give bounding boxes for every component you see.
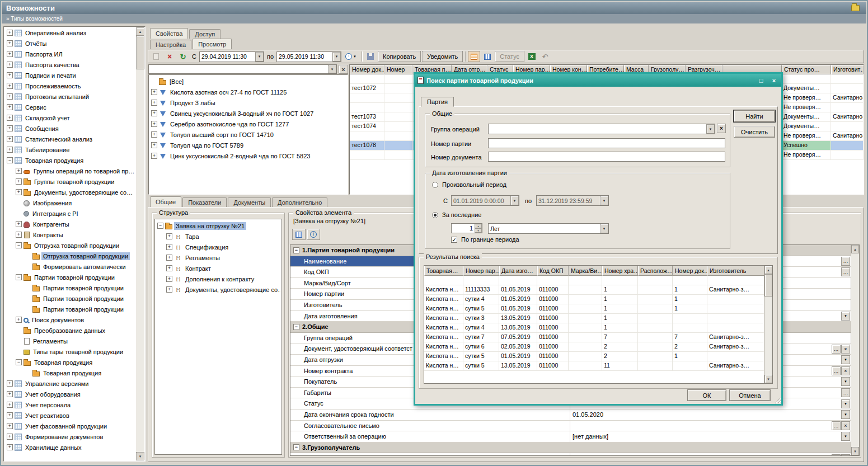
tab[interactable]: Доступ — [189, 29, 220, 39]
status-button[interactable]: Статус — [495, 51, 524, 62]
expand-toggle[interactable]: + — [16, 168, 22, 174]
column-header[interactable]: Номер док… — [350, 65, 384, 74]
expand-toggle[interactable]: + — [151, 153, 157, 159]
sidebar-item[interactable]: +Учет оборудования — [4, 389, 136, 399]
sidebar-item[interactable]: +Группы операций по товарной пр… — [4, 166, 136, 176]
column-header[interactable]: Номер — [384, 65, 412, 74]
dropdown-icon[interactable]: ▼ — [328, 65, 336, 73]
sidebar-item[interactable]: −Товарная продукция — [4, 155, 136, 166]
collapse-toggle[interactable]: − — [293, 247, 299, 253]
column-header[interactable]: Марка/Ви… — [569, 266, 602, 276]
find-button[interactable]: Найти — [734, 110, 775, 122]
collapse-toggle[interactable]: − — [16, 359, 22, 365]
expand-toggle[interactable]: + — [7, 147, 13, 153]
sidebar-item[interactable]: +Оперативный анализ — [4, 27, 136, 38]
ellipsis-button[interactable]: … — [832, 345, 841, 354]
table-view-button[interactable] — [481, 51, 494, 62]
expand-toggle[interactable]: + — [7, 412, 13, 418]
sidebar-item[interactable]: −Товарная продукция — [4, 357, 136, 368]
sidebar-item[interactable]: +Формирование документов — [4, 431, 136, 442]
ok-button[interactable]: ОК — [687, 389, 726, 401]
maximize-button[interactable]: □ — [756, 76, 766, 85]
expand-toggle[interactable]: + — [166, 265, 172, 271]
dropdown-icon[interactable]: ▼ — [600, 224, 608, 233]
dropdown-button[interactable]: ▼ — [841, 432, 850, 441]
scroll-up-icon[interactable]: ▲ — [136, 27, 144, 36]
sidebar-item[interactable]: +Паспорта качества — [4, 59, 136, 70]
expand-toggle[interactable]: + — [166, 276, 172, 282]
dropdown-icon[interactable]: ▼ — [255, 52, 264, 62]
expand-toggle[interactable]: + — [16, 221, 22, 227]
column-header[interactable]: Изготовитель — [707, 266, 766, 276]
expand-toggle[interactable]: + — [151, 110, 157, 116]
dropdown-button[interactable]: ▼ — [841, 399, 850, 408]
sidebar-item[interactable]: Интеграция с PI — [4, 208, 136, 219]
sidebar-item[interactable]: +Подписи и печати — [4, 70, 136, 81]
expand-toggle[interactable]: + — [166, 255, 172, 261]
tab[interactable]: Просмотр — [193, 39, 232, 49]
close-button[interactable]: × — [769, 76, 779, 85]
structure-tree-item[interactable]: +Дополнения к контракту — [155, 274, 281, 284]
clear-button[interactable]: × — [841, 421, 850, 430]
sidebar-item[interactable]: Типы тары товарной продукции — [4, 346, 136, 357]
product-tree-item[interactable]: +Цинк уксуснокислый 2-водный чда по ГОСТ… — [149, 150, 348, 161]
spinner-buttons[interactable]: ▲ ▼ — [475, 224, 482, 233]
clear-button[interactable]: × — [841, 454, 850, 456]
expand-toggle[interactable]: + — [7, 444, 13, 450]
tab[interactable]: Показатели — [182, 197, 227, 207]
dropdown-button[interactable]: ▼ — [841, 410, 850, 419]
document-number-input[interactable] — [488, 152, 725, 162]
expand-toggle[interactable]: + — [16, 232, 22, 238]
sidebar-item[interactable]: +Группы товарной продукции — [4, 176, 136, 187]
sidebar-item[interactable]: Регламенты — [4, 336, 136, 346]
sidebar-item[interactable]: +Поиск документов — [4, 314, 136, 325]
structure-tree-item[interactable]: +Регламенты — [155, 252, 281, 263]
expand-toggle[interactable]: + — [7, 93, 13, 100]
sidebar-item[interactable]: Преобразование данных — [4, 325, 136, 336]
ellipsis-button[interactable]: … — [841, 388, 850, 397]
expand-toggle[interactable]: + — [7, 434, 13, 440]
save-button[interactable] — [364, 51, 377, 62]
dropdown-icon[interactable]: ▼ — [332, 52, 341, 62]
structure-tree-item[interactable]: +Тара — [155, 231, 281, 242]
property-row[interactable]: Дата окончания срока годности01.05.2020▼ — [290, 409, 851, 421]
expand-toggle[interactable]: + — [7, 380, 13, 387]
sidebar-scrollbar[interactable]: ▲ ▼ — [136, 27, 144, 460]
sidebar-item[interactable]: +Учет реактивов — [4, 410, 136, 421]
result-row[interactable]: Кислота н…сутки 513.05.201901100011Санит… — [424, 361, 772, 371]
batch-number-input[interactable] — [488, 138, 725, 148]
product-tree-item[interactable]: +Продукт 3 лабы — [149, 97, 348, 108]
refresh-button[interactable]: ↻ — [177, 51, 189, 62]
property-value[interactable]: …× — [570, 421, 851, 432]
scroll-down-icon[interactable]: ▼ — [851, 447, 859, 455]
clear-button[interactable]: × — [841, 345, 850, 354]
product-tree-item[interactable]: +Толуол высший сорт по ГОСТ 14710 — [149, 129, 348, 140]
expand-toggle[interactable]: + — [7, 30, 13, 36]
ellipsis-button[interactable]: … — [841, 257, 850, 266]
period-to-combo[interactable]: 31.12.2019 23:59:59 ▼ — [536, 195, 609, 206]
structure-tree-item[interactable]: +Документы, удостоверяющие со… — [155, 284, 281, 295]
sidebar-item[interactable]: +Сервис — [4, 102, 136, 112]
property-value[interactable]: 01.05.2020▼ — [570, 409, 851, 421]
resize-grip[interactable] — [774, 397, 781, 403]
clear-button[interactable]: Очистить — [734, 126, 775, 138]
property-value[interactable]: [нет данных]▼ — [570, 431, 851, 443]
result-row[interactable]: Кислота н…сутки 313.05.20190110001 — [424, 314, 772, 323]
collapse-toggle[interactable]: − — [157, 223, 163, 229]
expand-toggle[interactable]: + — [7, 125, 13, 131]
expand-toggle[interactable]: + — [7, 136, 13, 142]
tab-batch[interactable]: Партия — [421, 97, 454, 107]
column-header[interactable]: Номер док… — [673, 266, 707, 276]
expand-toggle[interactable]: + — [7, 391, 13, 397]
expand-toggle[interactable]: + — [166, 286, 172, 293]
period-boundary-checkbox[interactable]: ✓ — [451, 237, 457, 243]
property-row[interactable]: Компания▼× — [290, 453, 851, 456]
column-header[interactable]: Статус про… — [782, 65, 831, 74]
property-grid-scrollbar[interactable]: ▲ ▼ — [851, 245, 859, 455]
period-count-spinner[interactable]: 1 ▲ ▼ — [451, 223, 482, 233]
sidebar-item[interactable]: +Учет фасованной продукции — [4, 421, 136, 431]
expand-toggle[interactable]: + — [7, 402, 13, 408]
expand-toggle[interactable]: + — [151, 89, 157, 95]
expand-toggle[interactable]: + — [151, 142, 157, 148]
sidebar-item[interactable]: +Отчёты — [4, 38, 136, 49]
